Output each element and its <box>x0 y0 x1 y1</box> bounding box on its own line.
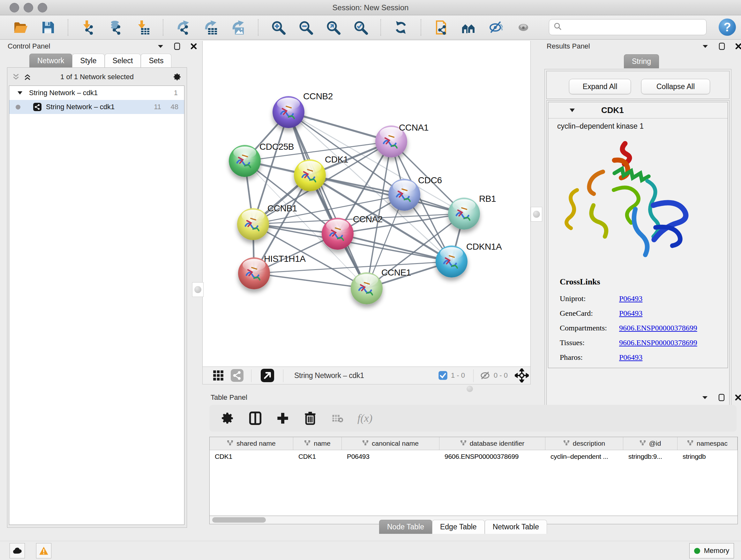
zoom-selected-button[interactable] <box>352 19 369 36</box>
fit-selected-move-icon[interactable] <box>515 368 529 382</box>
panel-menu-icon[interactable] <box>701 42 710 51</box>
network-node-ccna2[interactable] <box>322 218 354 250</box>
column-header-namespac[interactable]: namespac <box>677 437 738 450</box>
table-panel-title: Table Panel <box>211 393 247 401</box>
column-header-canonical-name[interactable]: canonical name <box>342 437 440 450</box>
tab-style[interactable]: Style <box>72 54 105 68</box>
export-image-button[interactable] <box>230 19 246 36</box>
network-node-cdkn1a[interactable] <box>435 246 468 277</box>
crosslink-link[interactable]: 9606.ENSP00000378699 <box>619 324 697 332</box>
table-cell[interactable]: CDK1 <box>210 450 293 463</box>
tab-sets[interactable]: Sets <box>141 54 172 68</box>
network-node-ccnb2[interactable] <box>273 96 305 128</box>
close-panel-icon[interactable] <box>190 42 198 51</box>
show-panel-button[interactable] <box>515 19 532 36</box>
search-box[interactable] <box>549 19 706 35</box>
refresh-button[interactable] <box>393 19 409 36</box>
network-node-ccne1[interactable] <box>351 272 383 304</box>
zoom-fit-button[interactable] <box>325 19 341 36</box>
show-columns-icon[interactable] <box>248 411 263 426</box>
crosslink-link[interactable]: P06493 <box>619 294 643 303</box>
string-network-icon <box>33 103 42 111</box>
birds-eye-view-icon[interactable] <box>261 369 274 382</box>
network-canvas[interactable]: CCNB2CCNA1CDC25BCDK1CDC6RB1CCNB1CCNA2CDK… <box>202 41 531 367</box>
scrollbar-thumb[interactable] <box>212 517 266 523</box>
cloud-status-button[interactable] <box>10 543 25 558</box>
tab-string[interactable]: String <box>624 54 659 68</box>
tab-network-table[interactable]: Network Table <box>485 520 547 534</box>
zoom-in-button[interactable] <box>270 19 286 36</box>
close-panel-icon[interactable] <box>734 42 741 51</box>
node-table[interactable]: shared namenamecanonical namedatabase id… <box>209 437 738 516</box>
import-network-database-button[interactable] <box>107 19 124 36</box>
save-session-button[interactable] <box>40 19 56 36</box>
crosslink-label: Uniprot: <box>560 294 619 303</box>
column-header-name[interactable]: name <box>293 437 342 450</box>
network-view-share-icon[interactable] <box>231 369 244 382</box>
tab-select[interactable]: Select <box>105 54 141 68</box>
table-cell[interactable]: 9606.ENSP00000378699 <box>440 450 545 463</box>
import-table-button[interactable] <box>135 19 151 36</box>
column-header-description[interactable]: description <box>545 437 623 450</box>
column-header-shared-name[interactable]: shared name <box>210 437 293 450</box>
collapse-all-button[interactable]: Collapse All <box>641 79 710 94</box>
table-cell[interactable]: CDK1 <box>293 450 342 463</box>
network-collection-row[interactable]: String Network – cdk1 1 <box>9 86 184 100</box>
collection-disclosure-icon[interactable] <box>16 89 24 97</box>
results-panel: Results Panel String Expand All Collapse… <box>542 41 738 384</box>
network-selection-summary: 1 of 1 Network selected <box>7 73 187 81</box>
memory-button[interactable]: Memory <box>689 543 734 558</box>
table-cell[interactable]: stringdb <box>677 450 738 463</box>
export-network-button[interactable] <box>175 19 192 36</box>
zoom-out-button[interactable] <box>297 19 314 36</box>
results-scroll-area[interactable]: CDK1 cyclin–dependent kinase 1 <box>546 100 730 409</box>
table-cell[interactable]: stringdb:9... <box>623 450 677 463</box>
table-cell[interactable]: P06493 <box>342 450 440 463</box>
grid-view-icon[interactable] <box>212 369 224 381</box>
delete-column-trash-icon[interactable] <box>302 411 318 426</box>
network-node-ccnb1[interactable] <box>237 208 269 240</box>
table-row[interactable]: CDK1CDK1P064939606.ENSP00000378699cyclin… <box>210 450 738 463</box>
column-header-database-identifier[interactable]: database identifier <box>440 437 545 450</box>
search-input[interactable] <box>562 23 698 32</box>
right-splitter-handle[interactable] <box>531 207 542 222</box>
selected-nodes-checkbox-icon[interactable]: 1 - 0 <box>438 371 465 380</box>
cdk1-disclosure-icon[interactable] <box>568 106 576 114</box>
crosslink-link[interactable]: P06493 <box>619 353 643 362</box>
network-row[interactable]: String Network – cdk1 11 48 <box>9 100 184 114</box>
network-node-cdc6[interactable] <box>388 179 420 211</box>
float-panel-icon[interactable] <box>173 42 181 51</box>
table-cell[interactable]: cyclin–dependent ... <box>545 450 623 463</box>
panel-menu-icon[interactable] <box>156 42 165 51</box>
close-panel-icon[interactable] <box>734 393 741 401</box>
function-builder-icon: f(x) <box>357 412 373 424</box>
left-splitter-handle[interactable] <box>192 282 204 297</box>
tab-node-table[interactable]: Node Table <box>379 520 432 534</box>
panel-menu-icon[interactable] <box>701 393 709 401</box>
add-column-icon[interactable] <box>275 411 290 426</box>
expand-all-button[interactable]: Expand All <box>569 79 631 94</box>
network-node-rb1[interactable] <box>448 198 480 230</box>
tab-edge-table[interactable]: Edge Table <box>432 520 485 534</box>
table-settings-gear-icon[interactable] <box>220 411 235 426</box>
share-file-button[interactable] <box>433 19 449 36</box>
import-network-file-button[interactable] <box>80 19 96 36</box>
crosslink-link[interactable]: 9606.ENSP00000378699 <box>619 338 697 347</box>
hidden-elements-icon[interactable]: 0 - 0 <box>480 371 508 380</box>
open-session-button[interactable] <box>12 19 29 36</box>
float-panel-icon[interactable] <box>718 393 726 401</box>
warnings-button[interactable] <box>36 543 51 558</box>
network-node-cdc25b[interactable] <box>229 145 261 177</box>
help-button[interactable]: ? <box>719 18 736 36</box>
tab-network[interactable]: Network <box>29 54 72 68</box>
network-options-gear-icon[interactable] <box>173 73 182 81</box>
export-table-button[interactable] <box>202 19 219 36</box>
cdk1-card-header[interactable]: CDK1 <box>548 102 728 118</box>
float-panel-icon[interactable] <box>718 42 726 51</box>
bottom-splitter-handle[interactable] <box>467 386 473 392</box>
string-home-button[interactable] <box>460 19 477 36</box>
network-node-cdk1[interactable] <box>294 159 326 191</box>
hide-panel-button[interactable] <box>488 19 504 36</box>
column-header--id[interactable]: @id <box>623 437 677 450</box>
crosslink-link[interactable]: P06493 <box>619 309 643 318</box>
